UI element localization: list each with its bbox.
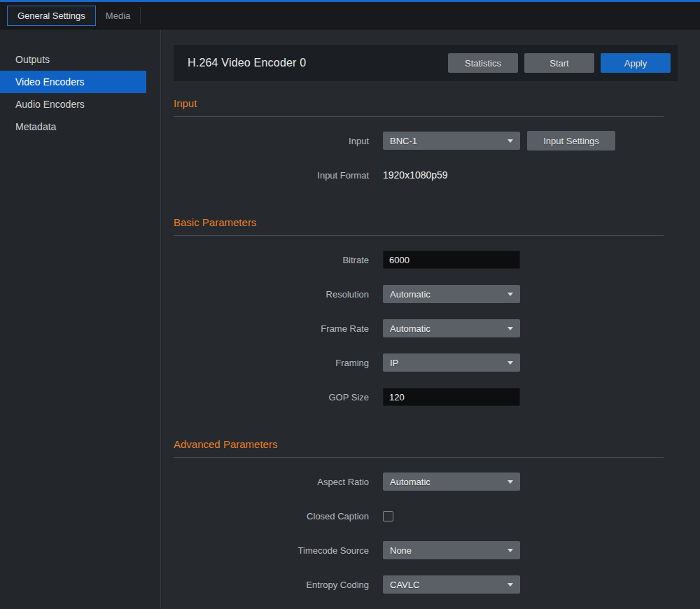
chevron-down-icon: [507, 361, 513, 365]
sidebar-item-audio-encoders[interactable]: Audio Encoders: [0, 93, 146, 115]
bitrate-input[interactable]: [383, 251, 520, 269]
tab-general-settings[interactable]: General Settings: [7, 6, 96, 26]
resolution-dropdown-value: Automatic: [390, 289, 507, 300]
input-row: Input BNC-1 Input Settings: [174, 132, 664, 150]
frame-rate-label: Frame Rate: [174, 323, 369, 334]
apply-button[interactable]: Apply: [601, 53, 671, 73]
input-settings-button[interactable]: Input Settings: [527, 131, 615, 150]
aspect-ratio-label: Aspect Ratio: [174, 477, 369, 487]
gop-size-row: GOP Size: [174, 388, 664, 406]
timecode-source-dropdown[interactable]: None: [383, 541, 520, 559]
bitrate-label: Bitrate: [174, 255, 369, 265]
entropy-coding-label: Entropy Coding: [174, 580, 369, 590]
encoder-header: H.264 Video Encoder 0 Statistics Start A…: [174, 45, 678, 81]
input-dropdown[interactable]: BNC-1: [383, 132, 520, 150]
chevron-down-icon: [507, 480, 513, 484]
input-format-value: 1920x1080p59: [383, 169, 448, 181]
timecode-source-row: Timecode Source None: [174, 541, 664, 559]
chevron-down-icon: [507, 327, 513, 330]
framing-dropdown-value: IP: [390, 358, 507, 368]
resolution-dropdown[interactable]: Automatic: [383, 285, 520, 303]
entropy-coding-dropdown-value: CAVLC: [390, 580, 507, 590]
topbar: General Settings Media: [0, 0, 700, 29]
input-dropdown-value: BNC-1: [390, 136, 507, 146]
framing-row: Framing IP: [174, 354, 664, 372]
basic-parameters-section: Basic Parameters Bitrate Resolution Auto…: [174, 216, 664, 406]
framing-dropdown[interactable]: IP: [383, 354, 520, 372]
sidebar-item-outputs[interactable]: Outputs: [0, 48, 146, 71]
section-title-advanced: Advanced Parameters: [174, 438, 664, 450]
advanced-parameters-section: Advanced Parameters Aspect Ratio Automat…: [174, 438, 664, 594]
input-label: Input: [174, 136, 369, 146]
input-section: Input Input BNC-1 Input Settings Input F…: [174, 97, 664, 184]
tab-media[interactable]: Media: [96, 7, 141, 24]
chevron-down-icon: [507, 549, 513, 552]
sidebar-item-metadata[interactable]: Metadata: [0, 115, 146, 138]
input-format-row: Input Format 1920x1080p59: [174, 166, 664, 184]
frame-rate-dropdown-value: Automatic: [390, 323, 507, 334]
page-title: H.264 Video Encoder 0: [188, 57, 442, 69]
section-title-basic: Basic Parameters: [174, 216, 664, 228]
aspect-ratio-dropdown[interactable]: Automatic: [383, 472, 520, 491]
closed-caption-checkbox[interactable]: [383, 511, 393, 522]
section-divider: [174, 457, 664, 458]
aspect-ratio-dropdown-value: Automatic: [390, 477, 507, 487]
statistics-button[interactable]: Statistics: [448, 53, 518, 73]
resolution-label: Resolution: [174, 289, 369, 300]
entropy-coding-dropdown[interactable]: CAVLC: [383, 575, 520, 594]
gop-size-label: GOP Size: [174, 392, 369, 402]
resolution-row: Resolution Automatic: [174, 285, 664, 303]
start-button[interactable]: Start: [524, 53, 594, 73]
frame-rate-dropdown[interactable]: Automatic: [383, 319, 520, 337]
closed-caption-row: Closed Caption: [174, 507, 664, 525]
section-divider: [174, 116, 664, 117]
chevron-down-icon: [507, 583, 513, 587]
timecode-source-label: Timecode Source: [174, 545, 369, 556]
section-title-input: Input: [174, 97, 664, 109]
input-format-label: Input Format: [174, 170, 369, 181]
aspect-ratio-row: Aspect Ratio Automatic: [174, 472, 664, 491]
entropy-coding-row: Entropy Coding CAVLC: [174, 575, 664, 594]
main-content: H.264 Video Encoder 0 Statistics Start A…: [162, 30, 700, 609]
sidebar: Outputs Video Encoders Audio Encoders Me…: [0, 30, 161, 609]
timecode-source-dropdown-value: None: [390, 545, 507, 556]
gop-size-input[interactable]: [383, 388, 520, 406]
frame-rate-row: Frame Rate Automatic: [174, 319, 664, 337]
sidebar-item-video-encoders[interactable]: Video Encoders: [0, 71, 146, 93]
chevron-down-icon: [507, 293, 513, 296]
closed-caption-label: Closed Caption: [174, 511, 369, 522]
framing-label: Framing: [174, 358, 369, 368]
bitrate-row: Bitrate: [174, 251, 664, 269]
chevron-down-icon: [507, 139, 513, 143]
section-divider: [174, 235, 664, 236]
